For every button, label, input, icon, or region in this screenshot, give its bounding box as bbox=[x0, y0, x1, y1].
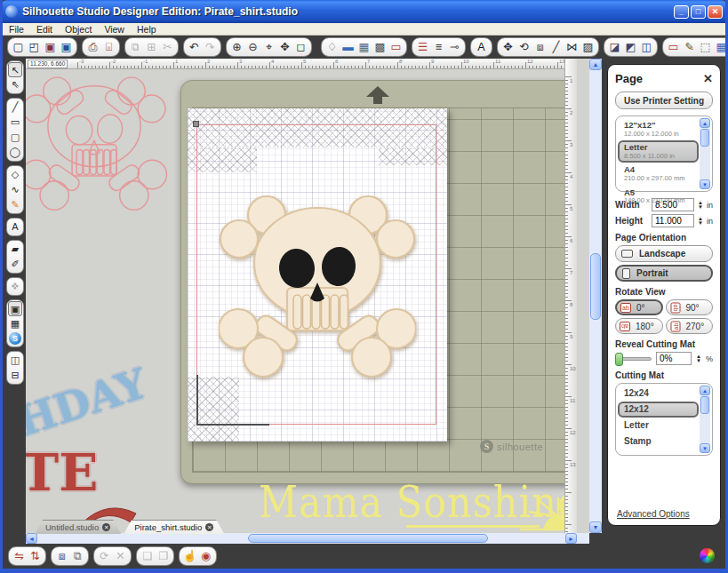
horizontal-scroll-thumb[interactable] bbox=[248, 534, 488, 543]
canvas-body[interactable]: S silhouette bbox=[26, 69, 577, 533]
rotate-icon[interactable]: ⟲ bbox=[516, 39, 532, 55]
height-stepper[interactable]: ▲▼ bbox=[698, 217, 703, 226]
use-printer-setting-button[interactable]: Use Printer Setting bbox=[615, 92, 713, 109]
select-tool-icon[interactable]: ↖ bbox=[8, 62, 22, 77]
rotate-view-90-button[interactable]: ab90° bbox=[666, 299, 714, 315]
selection-handle[interactable] bbox=[193, 121, 199, 127]
sketch-pen-icon[interactable]: ✎ bbox=[682, 39, 697, 55]
skull-outline-design[interactable] bbox=[26, 73, 170, 215]
list-scroll-thumb[interactable] bbox=[700, 129, 709, 147]
advanced-options-link[interactable]: Advanced Options bbox=[617, 509, 690, 519]
drag-hand-icon[interactable]: ☝ bbox=[182, 548, 197, 564]
scroll-down-arrow[interactable]: ▼ bbox=[589, 521, 602, 533]
page-size-option[interactable]: Letter8.500 x 11.000 in bbox=[618, 140, 699, 163]
panel-close-icon[interactable]: ✕ bbox=[703, 72, 713, 85]
eraser-tool-icon[interactable]: ▰ bbox=[8, 242, 22, 257]
pattern-fill-tool-icon[interactable]: ▦ bbox=[8, 316, 22, 331]
line-tool-icon[interactable]: ╱ bbox=[8, 99, 22, 115]
list-scroll-up-icon[interactable]: ▲ bbox=[700, 386, 710, 395]
undo-icon[interactable]: ↶ bbox=[187, 39, 202, 55]
document-tab-2[interactable]: Pirate_shirt.studio✕ bbox=[124, 520, 224, 534]
fill-color-tool-icon[interactable]: ▣ bbox=[8, 301, 22, 316]
weld-icon[interactable]: ⋈ bbox=[564, 39, 580, 55]
ungroup-objects-icon[interactable]: ⧉ bbox=[70, 548, 85, 564]
cut-settings-icon[interactable]: ◩ bbox=[623, 39, 638, 55]
menu-view[interactable]: View bbox=[98, 24, 131, 35]
show-cut-border-icon[interactable]: ▭ bbox=[388, 39, 404, 55]
page[interactable] bbox=[188, 108, 447, 442]
show-grid-icon[interactable]: ▦ bbox=[356, 39, 372, 55]
menu-file[interactable]: File bbox=[3, 24, 30, 35]
page-size-option[interactable]: 12"x12"12.000 x 12.000 in bbox=[618, 118, 699, 140]
horizontal-scrollbar[interactable]: ◄ ► bbox=[26, 533, 589, 544]
new-document-icon[interactable]: ▢ bbox=[11, 39, 26, 55]
vertical-scrollbar[interactable]: ▲ ▼ bbox=[589, 59, 602, 533]
zoom-selection-icon[interactable]: ⌖ bbox=[261, 39, 276, 55]
mat-layout-tool-icon[interactable]: ⊟ bbox=[8, 368, 22, 383]
cutting-mat-option[interactable]: 12x24 bbox=[618, 386, 699, 402]
document-tab-1[interactable]: Untitled.studio✕ bbox=[35, 520, 121, 534]
color-wheel-icon[interactable] bbox=[700, 548, 715, 563]
record-icon[interactable]: ◉ bbox=[198, 548, 213, 564]
show-design-icon[interactable]: ♢ bbox=[324, 39, 340, 55]
save-icon[interactable]: ▣ bbox=[43, 39, 58, 55]
rectangle-tool-icon[interactable]: ▭ bbox=[8, 115, 22, 130]
ellipse-tool-icon[interactable]: ◯ bbox=[8, 145, 22, 160]
text-tool-icon[interactable]: A bbox=[8, 219, 22, 235]
cutting-mat-option[interactable]: 12x12 bbox=[618, 402, 699, 418]
tab-close-icon[interactable]: ✕ bbox=[205, 523, 213, 531]
maximize-button[interactable]: □ bbox=[691, 5, 706, 19]
page-size-option[interactable]: A4210.00 x 297.00 mm bbox=[618, 163, 699, 185]
line-style-icon[interactable]: ≡ bbox=[431, 39, 446, 55]
show-shadow-icon[interactable]: ▩ bbox=[372, 39, 388, 55]
grid-settings-icon[interactable]: ▦ bbox=[714, 39, 728, 55]
orientation-portrait-button[interactable]: Portrait bbox=[615, 265, 713, 282]
rotate-view-270-button[interactable]: ab270° bbox=[666, 318, 714, 334]
line-color-icon[interactable]: ☰ bbox=[415, 39, 430, 55]
list-scroll-thumb[interactable] bbox=[700, 396, 709, 414]
move-icon[interactable]: ✥ bbox=[500, 39, 516, 55]
fill-page-icon[interactable]: ▬ bbox=[340, 39, 356, 55]
rounded-rectangle-tool-icon[interactable]: ▢ bbox=[8, 130, 22, 145]
reveal-mat-input[interactable] bbox=[656, 352, 692, 365]
save-as-icon[interactable]: ▣ bbox=[59, 39, 74, 55]
list-scroll-down-icon[interactable]: ▼ bbox=[700, 443, 710, 453]
skull-design[interactable] bbox=[219, 190, 416, 384]
scrap-text-blue[interactable]: HDAY bbox=[26, 359, 152, 446]
silhouette-store-icon[interactable]: S bbox=[9, 332, 21, 345]
menu-edit[interactable]: Edit bbox=[30, 24, 59, 35]
design-page-settings-icon[interactable]: ◪ bbox=[607, 39, 622, 55]
canvas[interactable]: 11.230, 6.660 -3-2-112345678910111213 bbox=[26, 59, 589, 544]
cutting-mat-scrollbar[interactable]: ▲ ▼ bbox=[700, 386, 710, 453]
vertical-scroll-thumb[interactable] bbox=[590, 253, 601, 320]
scroll-left-arrow[interactable]: ◄ bbox=[26, 533, 37, 544]
rotate-view-0-button[interactable]: ab0° bbox=[615, 299, 663, 315]
freehand-tool-icon[interactable]: ✎ bbox=[8, 197, 22, 212]
text-style-icon[interactable]: A bbox=[474, 39, 489, 55]
select-area-icon[interactable]: ⬚ bbox=[698, 39, 713, 55]
page-size-scrollbar[interactable]: ▲ ▼ bbox=[700, 118, 710, 189]
rotate-view-180-button[interactable]: ab180° bbox=[615, 318, 663, 334]
scroll-up-arrow[interactable]: ▲ bbox=[589, 59, 602, 70]
close-button[interactable]: ✕ bbox=[708, 5, 723, 19]
orientation-landscape-button[interactable]: Landscape bbox=[615, 245, 713, 262]
titlebar[interactable]: Silhouette Studio Designer Edition: Pira… bbox=[0, 0, 728, 23]
list-scroll-up-icon[interactable]: ▲ bbox=[700, 118, 710, 128]
line-weight-icon[interactable]: ⊸ bbox=[447, 39, 462, 55]
page-layout-tool-icon[interactable]: ◫ bbox=[8, 353, 22, 368]
open-file-icon[interactable]: ◰ bbox=[27, 39, 42, 55]
send-to-back-icon[interactable]: ⇋ bbox=[12, 548, 27, 564]
fit-to-page-icon[interactable]: ◻ bbox=[293, 39, 308, 55]
reveal-mat-slider-thumb[interactable] bbox=[615, 353, 623, 366]
polygon-tool-icon[interactable]: ◇ bbox=[8, 167, 22, 182]
send-to-silhouette-icon[interactable]: ⌻ bbox=[101, 39, 116, 55]
zoom-out-icon[interactable]: ⊖ bbox=[245, 39, 260, 55]
scale-icon[interactable]: ⧈ bbox=[532, 39, 548, 55]
tab-close-icon[interactable]: ✕ bbox=[102, 523, 110, 531]
zoom-in-icon[interactable]: ⊕ bbox=[229, 39, 244, 55]
group-objects-icon[interactable]: ⧈ bbox=[54, 548, 69, 564]
cutting-mat-option[interactable]: Letter bbox=[618, 418, 699, 434]
menu-object[interactable]: Object bbox=[59, 24, 98, 35]
cutting-mat-option[interactable]: Stamp bbox=[618, 434, 699, 450]
list-scroll-down-icon[interactable]: ▼ bbox=[700, 179, 710, 189]
